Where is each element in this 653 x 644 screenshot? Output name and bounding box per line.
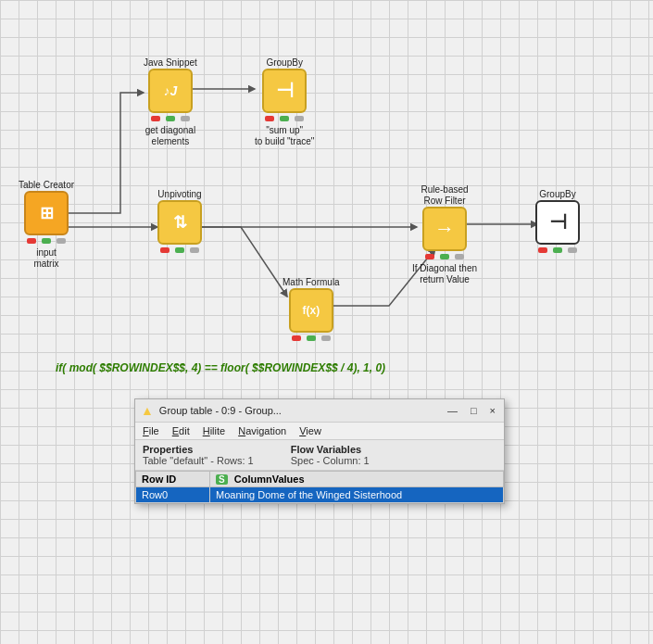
s-badge: S	[216, 474, 228, 485]
node-java-snippet-icon: ♪J	[148, 69, 193, 113]
port-grey	[190, 247, 199, 253]
flow-canvas: Table Creator ⊞ input matrix Java Snippe…	[0, 0, 653, 426]
node-groupby-top[interactable]: GroupBy ⊣ "sum up" to build "trace"	[255, 54, 314, 147]
table-row[interactable]: Row0 Moaning Dome of the Winged Sisterho…	[136, 487, 504, 503]
col-row-id: Row ID	[136, 472, 210, 487]
node-table-creator-sublabel: input matrix	[33, 247, 58, 270]
dialog-table-container: Row ID S ColumnValues Row0 Moaning Dome …	[135, 471, 504, 503]
node-math-formula-title: Math Formula	[283, 277, 340, 288]
port-green	[553, 247, 562, 253]
dialog-header: Properties Table "default" - Rows: 1 Flo…	[135, 440, 504, 471]
port-green	[175, 247, 184, 253]
cell-column-values: Moaning Dome of the Winged Sisterhood	[210, 487, 504, 503]
col-column-values-label: ColumnValues	[234, 474, 305, 485]
node-groupby-right-icon: ⊣	[535, 200, 580, 245]
port-grey	[568, 247, 577, 253]
port-grey	[455, 254, 464, 259]
properties-subtitle: Table "default" - Rows: 1	[143, 455, 254, 466]
properties-title: Properties	[143, 444, 254, 455]
port-green	[42, 238, 51, 244]
node-java-snippet-sublabel: get diagonal elements	[145, 125, 196, 147]
menu-file[interactable]: File	[143, 425, 159, 436]
menu-navigation[interactable]: Navigation	[238, 425, 286, 436]
dialog-header-flow-variables: Flow Variables Spec - Column: 1	[291, 444, 370, 466]
port-green	[166, 116, 175, 121]
node-table-creator[interactable]: Table Creator ⊞ input matrix	[19, 176, 74, 270]
menu-view[interactable]: View	[299, 425, 321, 436]
port-grey	[181, 116, 190, 121]
port-green	[280, 116, 289, 121]
data-table: Row ID S ColumnValues Row0 Moaning Dome …	[135, 471, 504, 503]
node-rule-based-filter-ports	[425, 254, 464, 259]
node-groupby-top-sublabel: "sum up" to build "trace"	[255, 125, 314, 147]
node-math-formula-ports	[292, 335, 331, 341]
dialog-menubar: File Edit Hilite Navigation View	[135, 423, 504, 440]
port-green	[307, 335, 316, 341]
port-red	[292, 335, 301, 341]
node-rule-based-filter-title: Rule-based Row Filter	[421, 184, 468, 207]
port-red	[160, 247, 170, 253]
port-grey	[57, 238, 66, 244]
port-red	[27, 238, 36, 244]
node-java-snippet-title: Java Snippet	[144, 57, 197, 69]
dialog-header-properties: Properties Table "default" - Rows: 1	[143, 444, 254, 466]
node-rule-based-filter-sublabel: If Diagonal then return Value	[412, 263, 477, 285]
node-groupby-right-ports	[538, 247, 577, 253]
port-grey	[295, 116, 304, 121]
node-table-creator-ports	[27, 238, 66, 244]
dialog-group-table: ▲ Group table - 0:9 - Group... — □ × Fil…	[134, 398, 505, 504]
node-table-creator-icon: ⊞	[24, 191, 69, 235]
node-groupby-top-ports	[265, 116, 304, 121]
flow-variables-title: Flow Variables	[291, 444, 370, 455]
node-table-creator-title: Table Creator	[19, 180, 74, 191]
node-rule-based-filter[interactable]: Rule-based Row Filter → If Diagonal then…	[412, 181, 477, 285]
menu-hilite[interactable]: Hilite	[203, 425, 225, 436]
node-groupby-right-title: GroupBy	[539, 189, 575, 200]
formula-text: if( mod( $$ROWINDEX$$, 4) == floor( $$RO…	[56, 361, 385, 374]
flow-variables-subtitle: Spec - Column: 1	[291, 455, 370, 466]
port-red	[538, 247, 547, 253]
table-header-row: Row ID S ColumnValues	[136, 472, 504, 487]
node-groupby-top-icon: ⊣	[262, 69, 307, 113]
dialog-close-button[interactable]: ×	[487, 405, 498, 416]
node-groupby-right[interactable]: GroupBy ⊣	[535, 185, 580, 253]
node-unpivoting-title: Unpivoting	[157, 189, 201, 200]
dialog-minimize-button[interactable]: —	[445, 405, 460, 416]
col-column-values: S ColumnValues	[210, 472, 504, 487]
node-rule-based-filter-icon: →	[422, 207, 467, 251]
dialog-titlebar: ▲ Group table - 0:9 - Group... — □ ×	[135, 399, 504, 423]
node-java-snippet[interactable]: Java Snippet ♪J get diagonal elements	[144, 54, 197, 147]
port-green	[440, 254, 449, 259]
menu-edit[interactable]: Edit	[172, 425, 190, 436]
port-red	[425, 254, 434, 259]
node-groupby-top-title: GroupBy	[266, 57, 302, 69]
dialog-title-icon: ▲	[141, 403, 154, 418]
port-red	[265, 116, 274, 121]
node-unpivoting[interactable]: Unpivoting ⇅	[157, 185, 202, 253]
node-unpivoting-ports	[160, 247, 199, 253]
dialog-title-text: Group table - 0:9 - Group...	[159, 405, 439, 416]
cell-row-id: Row0	[136, 487, 210, 503]
node-unpivoting-icon: ⇅	[157, 200, 202, 245]
node-math-formula[interactable]: Math Formula f(x)	[283, 273, 340, 341]
port-grey	[321, 335, 331, 341]
dialog-controls: — □ ×	[445, 405, 498, 416]
node-math-formula-icon: f(x)	[289, 288, 333, 333]
port-red	[151, 116, 160, 121]
node-java-snippet-ports	[151, 116, 190, 121]
dialog-restore-button[interactable]: □	[468, 405, 480, 416]
